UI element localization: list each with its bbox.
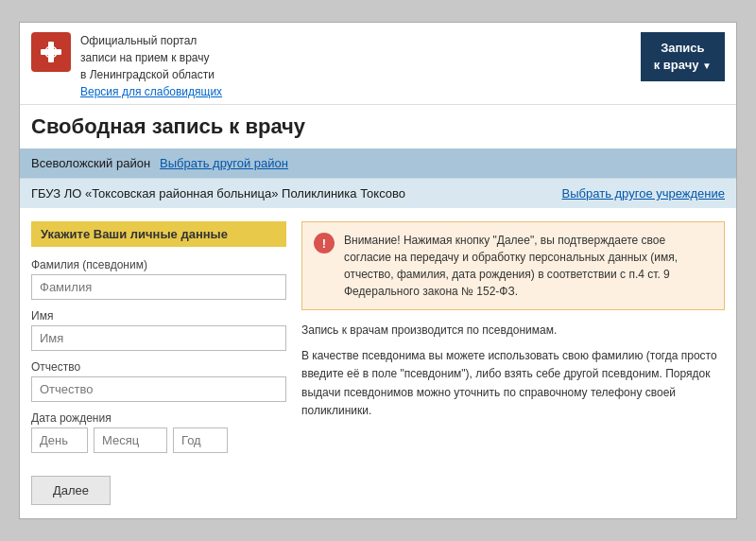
patronymic-label: Отчество (31, 360, 286, 374)
notice-section: ! Внимание! Нажимая кнопку "Далее", вы п… (301, 221, 725, 429)
name-group: Имя (31, 309, 286, 351)
logo-icon (31, 32, 71, 72)
change-clinic-link[interactable]: Выбрать другое учреждение (562, 186, 725, 201)
birthdate-label: Дата рождения (31, 411, 286, 425)
appointment-button[interactable]: Запись к врачу (641, 32, 725, 81)
day-input[interactable] (31, 428, 88, 453)
change-district-link[interactable]: Выбрать другой район (160, 156, 288, 170)
patronymic-group: Отчество (31, 360, 286, 402)
page-title: Свободная запись к врачу (20, 104, 736, 148)
patronymic-input[interactable] (31, 376, 286, 402)
header-title: Официальный портал записи на прием к вра… (80, 32, 222, 83)
form-header: Укажите Ваши личные данные (31, 221, 286, 247)
page-wrapper: Официальный портал записи на прием к вра… (19, 22, 737, 519)
date-group (31, 428, 286, 453)
name-input[interactable] (31, 325, 286, 351)
year-input[interactable] (173, 428, 228, 453)
notice-box: ! Внимание! Нажимая кнопку "Далее", вы п… (301, 221, 725, 310)
form-section: Укажите Ваши личные данные Фамилия (псев… (31, 221, 286, 505)
surname-label: Фамилия (псевдоним) (31, 258, 286, 271)
warning-icon: ! (314, 233, 335, 253)
surname-input[interactable] (31, 274, 286, 300)
main-content: Укажите Ваши личные данные Фамилия (псев… (20, 208, 736, 518)
notice-text: Внимание! Нажимая кнопку "Далее", вы под… (344, 232, 713, 300)
next-button[interactable]: Далее (31, 476, 111, 505)
surname-group: Фамилия (псевдоним) (31, 258, 286, 300)
clinic-name: ГБУЗ ЛО «Токсовская районная больница» П… (31, 186, 405, 201)
clinic-bar: ГБУЗ ЛО «Токсовская районная больница» П… (20, 178, 736, 208)
district-name: Всеволожский район (31, 156, 150, 170)
svg-rect-1 (41, 49, 61, 55)
birthdate-group: Дата рождения (31, 411, 286, 453)
name-label: Имя (31, 309, 286, 323)
district-bar: Всеволожский район Выбрать другой район (20, 148, 736, 178)
accessibility-link[interactable]: Версия для слабовидящих (80, 85, 222, 98)
header-text: Официальный портал записи на прием к вра… (80, 32, 222, 98)
header: Официальный портал записи на прием к вра… (20, 23, 736, 104)
info-paragraph1: Запись к врачам производится по псевдони… (301, 322, 725, 420)
header-left: Официальный портал записи на прием к вра… (31, 32, 222, 98)
month-input[interactable] (94, 428, 167, 453)
